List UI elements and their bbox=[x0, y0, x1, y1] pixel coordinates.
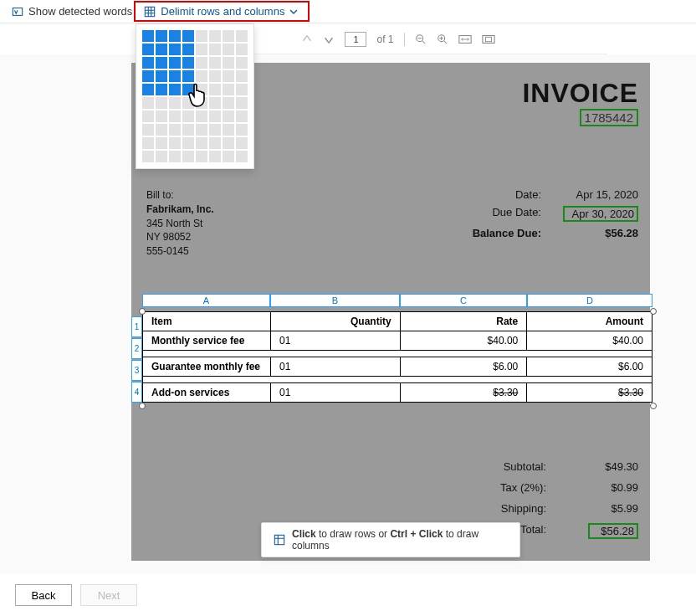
grid-cell[interactable] bbox=[156, 110, 167, 122]
grid-cell[interactable] bbox=[156, 137, 167, 149]
selection-handle[interactable] bbox=[139, 403, 146, 409]
zoom-in-icon[interactable] bbox=[437, 33, 448, 45]
fit-width-icon[interactable] bbox=[458, 34, 472, 44]
grid-cell[interactable] bbox=[182, 151, 194, 162]
grid-cell[interactable] bbox=[169, 137, 181, 149]
grid-cell[interactable] bbox=[169, 44, 181, 55]
grid-cell[interactable] bbox=[236, 137, 248, 149]
row-num[interactable]: 1 bbox=[131, 316, 142, 337]
grid-cell[interactable] bbox=[169, 84, 181, 95]
show-detected-words-button[interactable]: Show detected words bbox=[12, 5, 132, 18]
grid-cell[interactable] bbox=[196, 110, 207, 122]
grid-cell[interactable] bbox=[182, 70, 194, 82]
col-letter[interactable]: A bbox=[142, 294, 270, 307]
grid-cell[interactable] bbox=[209, 97, 221, 109]
grid-cell[interactable] bbox=[196, 124, 207, 136]
grid-cell[interactable] bbox=[196, 84, 207, 95]
row-num[interactable]: 4 bbox=[131, 382, 142, 403]
grid-cell[interactable] bbox=[223, 110, 234, 122]
delimit-rows-columns-button[interactable]: Delimit rows and columns bbox=[144, 5, 298, 18]
grid-cell[interactable] bbox=[209, 137, 221, 149]
line-items-table[interactable]: Item Quantity Rate Amount Monthly servic… bbox=[142, 311, 652, 403]
page-number-input[interactable] bbox=[345, 32, 366, 47]
grid-cell[interactable] bbox=[156, 84, 167, 95]
col-letter[interactable]: D bbox=[527, 294, 652, 307]
grid-cell[interactable] bbox=[209, 151, 221, 162]
grid-cell[interactable] bbox=[182, 30, 194, 42]
grid-cell[interactable] bbox=[223, 30, 234, 42]
col-letter[interactable]: C bbox=[400, 294, 527, 307]
grid-cell[interactable] bbox=[182, 84, 194, 95]
grid-cell[interactable] bbox=[236, 30, 248, 42]
grid-cell[interactable] bbox=[209, 57, 221, 69]
grid-cell[interactable] bbox=[196, 151, 207, 162]
grid-cell[interactable] bbox=[182, 97, 194, 109]
grid-cell[interactable] bbox=[182, 110, 194, 122]
grid-cell[interactable] bbox=[223, 70, 234, 82]
grid-cell[interactable] bbox=[236, 84, 248, 95]
grid-cell[interactable] bbox=[182, 124, 194, 136]
grid-cell[interactable] bbox=[196, 70, 207, 82]
row-num[interactable]: 3 bbox=[131, 360, 142, 381]
arrow-down-icon[interactable] bbox=[323, 33, 335, 45]
grid-cell[interactable] bbox=[182, 44, 194, 55]
grid-cell[interactable] bbox=[209, 124, 221, 136]
grid-cell[interactable] bbox=[142, 44, 154, 55]
grid-cell[interactable] bbox=[209, 30, 221, 42]
grid-cell[interactable] bbox=[236, 151, 248, 162]
grid-cell[interactable] bbox=[209, 110, 221, 122]
document-canvas[interactable]: INVOICE 1785442 Bill to: Fabrikam, Inc. … bbox=[0, 54, 696, 573]
grid-cell[interactable] bbox=[156, 44, 167, 55]
grid-cell[interactable] bbox=[169, 110, 181, 122]
grid-cell[interactable] bbox=[142, 124, 154, 136]
grid-cell[interactable] bbox=[169, 124, 181, 136]
grid-cell[interactable] bbox=[236, 124, 248, 136]
grid-cell[interactable] bbox=[236, 44, 248, 55]
grid-cell[interactable] bbox=[223, 151, 234, 162]
grid-cell[interactable] bbox=[156, 57, 167, 69]
grid-cell[interactable] bbox=[223, 137, 234, 149]
grid-cell[interactable] bbox=[169, 151, 181, 162]
grid-cell[interactable] bbox=[169, 97, 181, 109]
grid-cell[interactable] bbox=[142, 70, 154, 82]
fit-page-icon[interactable] bbox=[482, 34, 495, 44]
grid-cell[interactable] bbox=[223, 124, 234, 136]
grid-cell[interactable] bbox=[223, 44, 234, 55]
grid-cell[interactable] bbox=[209, 44, 221, 55]
grid-cell[interactable] bbox=[223, 97, 234, 109]
grid-cell[interactable] bbox=[209, 84, 221, 95]
back-button[interactable]: Back bbox=[15, 584, 72, 606]
selection-handle[interactable] bbox=[650, 403, 657, 409]
grid-cell[interactable] bbox=[196, 97, 207, 109]
col-letter[interactable]: B bbox=[270, 294, 400, 307]
arrow-up-icon[interactable] bbox=[301, 33, 313, 45]
grid-cell[interactable] bbox=[223, 84, 234, 95]
grid-cell[interactable] bbox=[196, 44, 207, 55]
grid-cell[interactable] bbox=[156, 151, 167, 162]
grid-cell[interactable] bbox=[142, 97, 154, 109]
grid-picker[interactable] bbox=[142, 30, 248, 162]
grid-cell[interactable] bbox=[169, 30, 181, 42]
grid-cell[interactable] bbox=[236, 110, 248, 122]
grid-cell[interactable] bbox=[156, 97, 167, 109]
grid-cell[interactable] bbox=[142, 30, 154, 42]
grid-cell[interactable] bbox=[196, 57, 207, 69]
selection-handle[interactable] bbox=[650, 308, 657, 315]
grid-cell[interactable] bbox=[156, 70, 167, 82]
grid-cell[interactable] bbox=[182, 137, 194, 149]
grid-cell[interactable] bbox=[196, 30, 207, 42]
zoom-out-icon[interactable] bbox=[415, 33, 427, 45]
grid-cell[interactable] bbox=[142, 57, 154, 69]
grid-cell[interactable] bbox=[142, 110, 154, 122]
grid-cell[interactable] bbox=[169, 70, 181, 82]
grid-cell[interactable] bbox=[156, 30, 167, 42]
grid-cell[interactable] bbox=[236, 97, 248, 109]
grid-cell[interactable] bbox=[182, 57, 194, 69]
selection-handle[interactable] bbox=[139, 308, 146, 315]
grid-size-popover[interactable] bbox=[136, 23, 254, 169]
grid-cell[interactable] bbox=[142, 151, 154, 162]
grid-cell[interactable] bbox=[236, 70, 248, 82]
row-num[interactable]: 2 bbox=[131, 338, 142, 359]
grid-cell[interactable] bbox=[156, 124, 167, 136]
grid-cell[interactable] bbox=[142, 137, 154, 149]
